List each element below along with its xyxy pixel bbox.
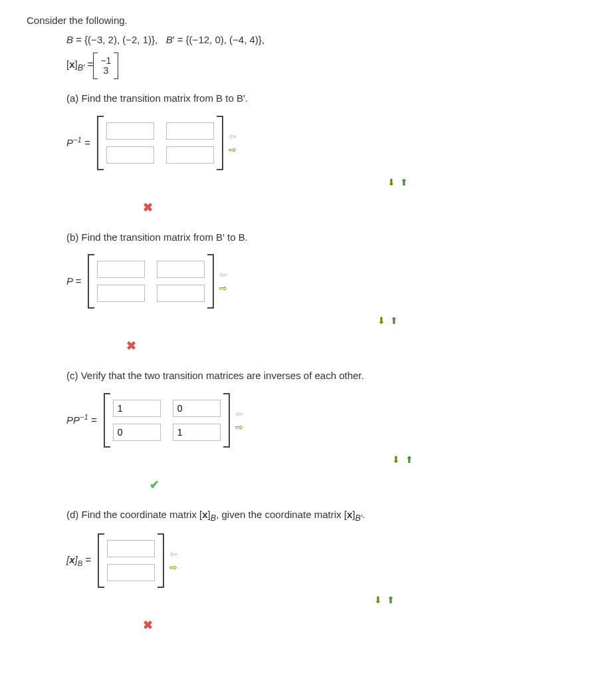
matrix-b-cell-1-0[interactable] — [97, 285, 145, 302]
part-b-label: P = — [66, 274, 81, 289]
part-a-feedback: ✖ — [143, 199, 589, 217]
remove-row-icon[interactable]: ⬆ — [405, 454, 413, 465]
remove-row-icon[interactable]: ⬆ — [390, 315, 398, 326]
add-column-icon[interactable]: ⇨ — [235, 422, 243, 432]
remove-row-icon[interactable]: ⬆ — [387, 595, 395, 605]
part-d-label: [x]B = — [66, 553, 91, 569]
add-column-icon[interactable]: ⇨ — [229, 145, 237, 154]
part-c-label: PP−1 = — [66, 412, 97, 428]
part-a-question: (a) Find the transition matrix from B to… — [66, 91, 589, 106]
add-row-icon[interactable]: ⬇ — [392, 454, 400, 465]
matrix-d-cell-1[interactable] — [107, 564, 155, 581]
part-b-feedback: ✖ — [126, 337, 589, 355]
matrix-a-cell-0-0[interactable] — [106, 122, 154, 140]
matrix-bracket-left — [97, 116, 104, 170]
part-d-matrix — [98, 533, 164, 588]
matrix-b-cell-0-0[interactable] — [97, 261, 145, 278]
matrix-d-cell-0[interactable] — [107, 540, 155, 557]
part-c-question: (c) Verify that the two transition matri… — [66, 368, 589, 384]
vector-bracket-left — [93, 53, 98, 79]
wrong-icon: ✖ — [126, 339, 136, 352]
remove-column-icon[interactable]: ⇦ — [169, 549, 177, 559]
matrix-a-cell-0-1[interactable] — [166, 122, 214, 140]
part-d-feedback: ✖ — [143, 616, 589, 634]
remove-column-icon[interactable]: ⇦ — [229, 132, 237, 141]
add-row-icon[interactable]: ⬇ — [374, 595, 382, 605]
matrix-c-cell-0-1[interactable] — [173, 400, 221, 417]
matrix-b-cell-0-1[interactable] — [157, 261, 205, 278]
part-d-question: (d) Find the coordinate matrix [x]B, giv… — [66, 507, 589, 525]
remove-row-icon[interactable]: ⬆ — [400, 177, 408, 188]
part-b-matrix — [88, 254, 214, 309]
matrix-a-cell-1-0[interactable] — [106, 146, 154, 164]
intro-text: Consider the following. — [27, 13, 589, 29]
wrong-icon: ✖ — [143, 618, 153, 632]
part-b-question: (b) Find the transition matrix from B′ t… — [66, 230, 589, 245]
vector-bracket-right — [114, 53, 118, 79]
matrix-bracket-right — [217, 116, 223, 170]
matrix-bracket-left — [98, 533, 104, 588]
add-column-icon[interactable]: ⇨ — [219, 283, 227, 293]
basis-definition: B = {(−3, 2), (−2, 1)}, B′ = {(−12, 0), … — [66, 33, 589, 48]
add-row-icon[interactable]: ⬇ — [377, 315, 385, 326]
matrix-bracket-right — [223, 393, 230, 448]
part-c-feedback: ✔ — [150, 476, 589, 494]
matrix-c-cell-1-0[interactable] — [113, 424, 161, 441]
correct-icon: ✔ — [150, 478, 159, 491]
matrix-c-cell-0-0[interactable] — [113, 400, 161, 417]
add-row-icon[interactable]: ⬇ — [387, 177, 395, 188]
matrix-b-cell-1-1[interactable] — [157, 285, 205, 302]
wrong-icon: ✖ — [143, 201, 153, 214]
matrix-bracket-left — [104, 393, 110, 448]
add-column-icon[interactable]: ⇨ — [169, 563, 177, 572]
remove-column-icon[interactable]: ⇦ — [235, 409, 243, 418]
x-bprime-vector: [x]B′ = −1 3 — [66, 53, 589, 79]
matrix-a-cell-1-1[interactable] — [166, 146, 214, 164]
part-a-matrix — [97, 116, 223, 170]
matrix-bracket-left — [88, 254, 94, 309]
part-c-matrix — [104, 393, 230, 448]
matrix-bracket-right — [207, 254, 214, 309]
remove-column-icon[interactable]: ⇦ — [219, 270, 227, 279]
part-a-label: P−1 = — [66, 134, 90, 151]
matrix-c-cell-1-1[interactable] — [173, 424, 221, 441]
matrix-bracket-right — [157, 533, 164, 588]
